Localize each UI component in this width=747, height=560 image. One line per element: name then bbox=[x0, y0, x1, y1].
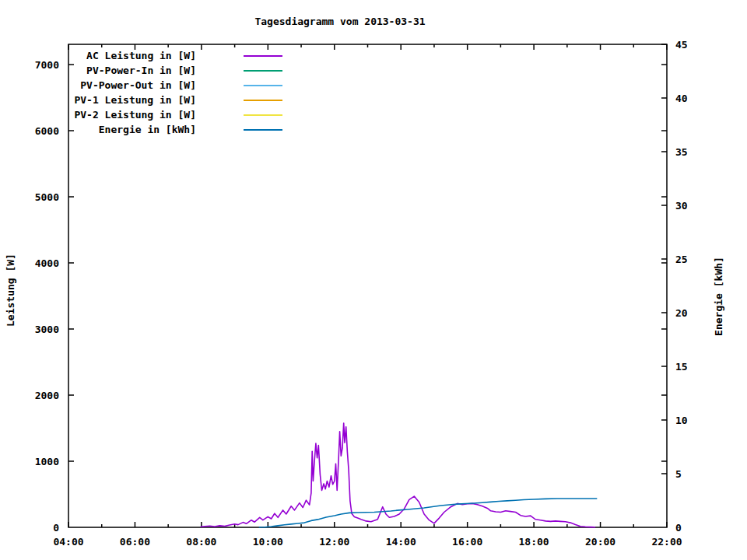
x-tick-label: 12:00 bbox=[319, 536, 349, 548]
legend-label: PV-1 Leistung in [W] bbox=[0, 93, 196, 107]
y-left-tick-label: 4000 bbox=[35, 257, 59, 269]
y-right-tick-label: 10 bbox=[675, 415, 688, 426]
legend-row: PV-1 Leistung in [W] bbox=[0, 93, 296, 107]
legend-line-sample bbox=[244, 85, 282, 86]
chart-canvas: 04:0006:0008:0010:0012:0014:0016:0018:00… bbox=[0, 0, 747, 560]
y-right-tick-label: 5 bbox=[675, 468, 682, 480]
y-right-tick-label: 15 bbox=[675, 361, 688, 373]
y-axis-label-left: Leistung [W] bbox=[5, 205, 19, 376]
x-tick-label: 04:00 bbox=[53, 536, 83, 548]
x-tick-label: 22:00 bbox=[651, 536, 682, 548]
chart-title: Tagesdiagramm vom 2013-03-31 bbox=[0, 16, 680, 27]
legend-row: Energie in [kWh] bbox=[0, 122, 296, 137]
x-tick-label: 08:00 bbox=[186, 536, 216, 548]
y-right-tick-label: 0 bbox=[675, 522, 682, 534]
y-right-tick-label: 20 bbox=[675, 307, 688, 319]
legend-label: Energie in [kWh] bbox=[0, 122, 196, 137]
legend-row: PV-2 Leistung in [W] bbox=[0, 107, 296, 122]
y-left-tick-label: 5000 bbox=[35, 191, 59, 203]
legend: AC Leistung in [W] PV-Power-In in [W] PV… bbox=[0, 48, 296, 137]
legend-line-sample bbox=[244, 100, 282, 101]
legend-label: PV-2 Leistung in [W] bbox=[0, 107, 196, 122]
legend-line-sample bbox=[244, 55, 282, 57]
y-right-tick-label: 40 bbox=[675, 93, 688, 104]
legend-row: PV-Power-In in [W] bbox=[0, 63, 296, 78]
legend-row: PV-Power-Out in [W] bbox=[0, 78, 296, 93]
legend-label: PV-Power-Out in [W] bbox=[0, 78, 196, 93]
y-right-tick-label: 35 bbox=[675, 146, 688, 158]
y-left-tick-label: 2000 bbox=[35, 390, 59, 401]
series-line-ac-leistung-in-w- bbox=[201, 423, 595, 527]
y-right-tick-label: 45 bbox=[675, 39, 688, 51]
legend-line-sample bbox=[244, 70, 282, 72]
y-left-tick-label: 0 bbox=[53, 522, 59, 534]
x-tick-label: 10:00 bbox=[253, 536, 283, 548]
x-tick-label: 20:00 bbox=[585, 536, 615, 548]
x-tick-label: 14:00 bbox=[386, 536, 416, 548]
x-tick-label: 06:00 bbox=[120, 536, 150, 548]
legend-line-sample bbox=[244, 129, 282, 131]
y-right-tick-label: 30 bbox=[675, 200, 688, 212]
y-left-tick-label: 1000 bbox=[35, 456, 59, 467]
y-right-tick-label: 25 bbox=[675, 254, 688, 265]
x-tick-label: 16:00 bbox=[452, 536, 482, 548]
legend-label: PV-Power-In in [W] bbox=[0, 63, 196, 78]
legend-label: AC Leistung in [W] bbox=[0, 48, 196, 63]
x-tick-label: 18:00 bbox=[519, 536, 549, 548]
y-left-tick-label: 3000 bbox=[35, 324, 59, 335]
legend-line-sample bbox=[244, 114, 282, 116]
y-axis-label-right: Energie [kWh] bbox=[713, 211, 727, 382]
legend-row: AC Leistung in [W] bbox=[0, 48, 296, 63]
